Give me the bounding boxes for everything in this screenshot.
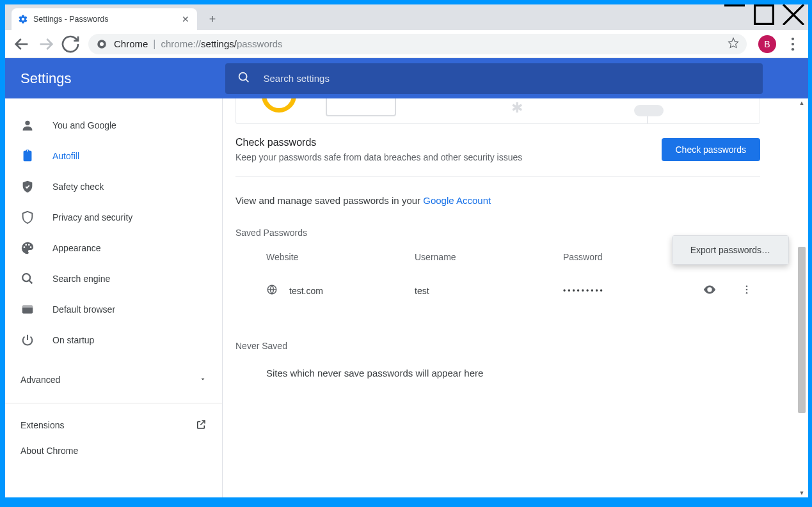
password-masked: ••••••••• xyxy=(563,286,703,295)
sidebar-item-default-browser[interactable]: Default browser xyxy=(5,294,222,325)
svg-point-6 xyxy=(792,37,794,40)
sidebar-item-appearance[interactable]: Appearance xyxy=(5,233,222,263)
clipboard-icon xyxy=(20,149,35,163)
browser-window: Settings - Passwords ✕ + Chrome | chrome… xyxy=(5,4,808,497)
check-subtext: Keep your passwords safe from data breac… xyxy=(235,152,522,162)
svg-point-17 xyxy=(746,285,748,287)
maximize-button[interactable] xyxy=(749,4,779,25)
search-input[interactable] xyxy=(264,73,751,84)
close-window-button[interactable] xyxy=(779,4,808,25)
sidebar-item-search-engine[interactable]: Search engine xyxy=(5,263,222,294)
page-title: Settings xyxy=(20,70,72,87)
sidebar-item-label: Appearance xyxy=(52,243,101,253)
settings-header: Settings xyxy=(5,58,808,98)
browser-tab[interactable]: Settings - Passwords ✕ xyxy=(12,8,197,30)
manage-passwords-text: View and manage saved passwords in your … xyxy=(235,177,760,228)
password-site[interactable]: test.com xyxy=(289,286,415,296)
svg-line-10 xyxy=(245,79,248,81)
search-icon xyxy=(237,70,251,87)
svg-point-19 xyxy=(746,292,748,294)
svg-point-5 xyxy=(100,42,104,46)
about-label: About Chrome xyxy=(20,446,78,456)
omnibox-label: Chrome xyxy=(114,38,148,49)
sidebar-item-label: Privacy and security xyxy=(52,212,132,222)
sidebar-item-label: Default browser xyxy=(52,304,115,315)
chrome-menu-icon[interactable] xyxy=(784,35,802,53)
svg-point-9 xyxy=(239,72,246,80)
google-account-link[interactable]: Google Account xyxy=(423,195,491,206)
scroll-down-icon[interactable]: ▼ xyxy=(799,490,805,496)
sidebar-item-autofill[interactable]: Autofill xyxy=(5,141,222,171)
omnibox-separator: | xyxy=(153,38,155,50)
window-controls xyxy=(720,4,808,25)
sidebar-item-label: Autofill xyxy=(52,151,79,161)
check-passwords-button[interactable]: Check passwords xyxy=(662,138,761,161)
sidebar-item-privacy[interactable]: Privacy and security xyxy=(5,202,222,233)
check-passwords-card: Check passwords Keep your passwords safe… xyxy=(235,124,760,177)
column-username: Username xyxy=(415,252,563,262)
column-website: Website xyxy=(266,252,415,262)
person-icon xyxy=(20,118,35,132)
sidebar-item-label: On startup xyxy=(52,335,94,345)
extensions-label: Extensions xyxy=(20,420,64,430)
profile-avatar[interactable]: B xyxy=(758,35,776,53)
shield-icon xyxy=(20,210,35,224)
sidebar-advanced-toggle[interactable]: Advanced xyxy=(5,366,222,394)
hero-illustration: ✱ xyxy=(235,98,760,124)
sidebar-item-safety-check[interactable]: Safety check xyxy=(5,171,222,202)
globe-icon xyxy=(266,284,278,297)
power-icon xyxy=(20,333,35,347)
sidebar-divider xyxy=(5,403,222,403)
omnibox-url: chrome://settings/passwords xyxy=(161,38,283,49)
svg-point-11 xyxy=(25,121,29,125)
minimize-button[interactable] xyxy=(720,4,749,25)
shield-check-icon xyxy=(20,180,35,194)
search-icon xyxy=(20,272,35,286)
body-row: You and Google Autofill Safety check Pri… xyxy=(5,98,808,497)
sidebar-item-extensions[interactable]: Extensions xyxy=(5,412,222,438)
chevron-down-icon xyxy=(199,375,207,385)
password-row: test.com test ••••••••• xyxy=(235,274,760,308)
svg-point-18 xyxy=(746,289,748,291)
row-menu-icon[interactable] xyxy=(741,284,752,297)
svg-rect-15 xyxy=(22,306,33,308)
show-password-icon[interactable] xyxy=(703,283,717,299)
external-link-icon xyxy=(195,419,207,432)
sidebar-item-label: Safety check xyxy=(52,182,104,192)
sidebar-item-label: You and Google xyxy=(52,120,116,130)
svg-point-12 xyxy=(22,274,30,281)
gear-icon xyxy=(18,14,28,24)
forward-button[interactable] xyxy=(36,34,56,54)
new-tab-button[interactable]: + xyxy=(203,10,221,28)
back-button[interactable] xyxy=(12,34,32,54)
page-content: Settings You and Google Autofill Safety … xyxy=(5,58,808,497)
never-saved-label: Never Saved xyxy=(235,341,760,351)
bookmark-star-icon[interactable] xyxy=(728,37,739,51)
scrollbar[interactable]: ▲ ▼ xyxy=(797,98,807,497)
svg-rect-0 xyxy=(724,4,745,6)
svg-point-7 xyxy=(792,42,794,45)
sidebar-item-on-startup[interactable]: On startup xyxy=(5,325,222,355)
chrome-icon xyxy=(96,38,107,50)
browser-icon xyxy=(20,302,35,316)
export-passwords-menu: Export passwords… xyxy=(672,235,789,265)
scroll-up-icon[interactable]: ▲ xyxy=(799,100,805,106)
reload-button[interactable] xyxy=(60,34,81,54)
password-username: test xyxy=(415,286,563,296)
sidebar-item-label: Search engine xyxy=(52,274,110,284)
main-content: ✱ Check passwords Keep your passwords sa… xyxy=(223,98,808,497)
svg-line-13 xyxy=(29,281,33,284)
settings-search[interactable] xyxy=(225,63,763,94)
sidebar-item-about[interactable]: About Chrome xyxy=(5,438,222,464)
address-bar[interactable]: Chrome | chrome://settings/passwords xyxy=(88,34,747,54)
browser-toolbar: Chrome | chrome://settings/passwords B xyxy=(5,30,808,58)
close-tab-icon[interactable]: ✕ xyxy=(180,14,191,24)
svg-point-8 xyxy=(792,48,794,51)
tab-strip: Settings - Passwords ✕ + xyxy=(5,4,808,30)
export-passwords-item[interactable]: Export passwords… xyxy=(673,236,788,264)
sidebar-item-you-and-google[interactable]: You and Google xyxy=(5,110,222,141)
check-heading: Check passwords xyxy=(235,137,522,148)
never-saved-message: Sites which never save passwords will ap… xyxy=(235,351,760,378)
palette-icon xyxy=(20,241,35,255)
scroll-thumb[interactable] xyxy=(798,247,806,413)
